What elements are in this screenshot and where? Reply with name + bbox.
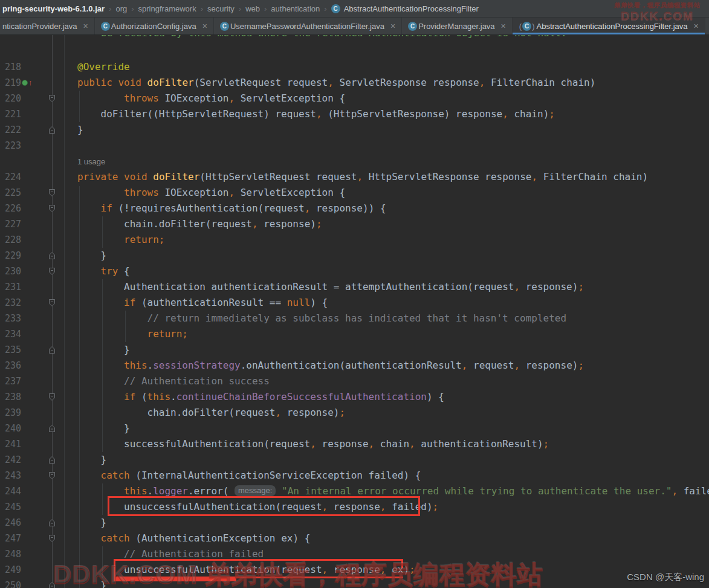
gutter[interactable]: 241 [0, 436, 65, 452]
gutter[interactable]: 232 [0, 295, 65, 311]
gutter[interactable]: 220 [0, 91, 65, 106]
gutter[interactable]: 226 [0, 201, 65, 216]
breadcrumb-item[interactable]: org [114, 4, 128, 13]
fold-marker-icon[interactable] [48, 126, 56, 134]
breadcrumb-item[interactable]: springframework [137, 4, 198, 13]
fold-marker-icon[interactable] [48, 251, 56, 260]
line-number[interactable]: 227 [5, 216, 21, 232]
fold-marker-icon[interactable] [48, 267, 56, 276]
gutter[interactable]: 245 [0, 499, 65, 515]
tab-providermanager-java[interactable]: CProviderManager.java× [402, 18, 513, 34]
gutter[interactable]: 237 [0, 373, 65, 389]
gutter[interactable]: 233 [0, 311, 65, 326]
gutter[interactable]: 224 [0, 169, 65, 185]
breadcrumb-item[interactable]: pring-security-web-6.1.0.jar [1, 4, 106, 13]
fold-marker-icon[interactable] [48, 189, 56, 197]
breadcrumb-item[interactable]: authentication [270, 4, 321, 13]
code-line[interactable]: 223 [0, 138, 709, 153]
line-number[interactable]: 234 [5, 326, 21, 342]
tab-usernamepasswordauthenticationfilter-java[interactable]: CUsernamePasswordAuthenticationFilter.ja… [214, 18, 402, 34]
gutter[interactable]: 231 [0, 279, 65, 295]
gutter[interactable]: 238 [0, 389, 65, 405]
close-icon[interactable]: × [501, 22, 506, 30]
gutter[interactable]: 227 [0, 216, 65, 232]
code-line[interactable]: 219↑public void doFilter(ServletRequest … [0, 75, 709, 91]
code-line[interactable]: 239chain.doFilter(request, response); [0, 405, 709, 421]
line-number[interactable]: 218 [5, 59, 21, 75]
line-number[interactable]: 230 [5, 263, 21, 279]
gutter[interactable]: 221 [0, 106, 65, 122]
code-line[interactable]: 250} [0, 578, 709, 588]
fold-marker-icon[interactable] [48, 534, 56, 543]
line-number[interactable]: 248 [5, 546, 21, 562]
code-line[interactable]: 230try { [0, 263, 709, 279]
tab-abstractauthenticationprocessingfilter-java[interactable]: (C)AbstractAuthenticationProcessingFilte… [513, 18, 705, 34]
gutter[interactable]: 218 [0, 59, 65, 75]
line-number[interactable]: 245 [5, 499, 21, 515]
code-line[interactable]: 241successfulAuthentication(request, res… [0, 436, 709, 452]
close-icon[interactable]: × [202, 22, 207, 30]
fold-marker-icon[interactable] [48, 393, 56, 401]
fold-marker-icon[interactable] [48, 424, 56, 433]
code-line[interactable]: 224private void doFilter(HttpServletRequ… [0, 169, 709, 185]
gutter[interactable]: 249 [0, 562, 65, 578]
gutter[interactable]: 229 [0, 248, 65, 263]
line-number[interactable]: 221 [5, 106, 21, 122]
gutter[interactable]: 244 [0, 483, 65, 499]
code-editor[interactable]: be received by this method where the ret… [0, 35, 709, 588]
fold-marker-icon[interactable] [48, 94, 56, 103]
code-line[interactable]: 234return; [0, 326, 709, 342]
breadcrumb-item[interactable]: security [206, 4, 236, 13]
gutter[interactable]: 236 [0, 358, 65, 373]
close-icon[interactable]: × [694, 22, 699, 30]
gutter[interactable]: 228 [0, 232, 65, 248]
line-number[interactable]: 246 [5, 515, 21, 531]
line-number[interactable]: 242 [5, 452, 21, 468]
code-line[interactable]: 227chain.doFilter(request, response); [0, 216, 709, 232]
line-number[interactable]: 220 [5, 91, 21, 106]
code-line[interactable]: 232if (authenticationResult == null) { [0, 295, 709, 311]
gutter[interactable]: 222 [0, 122, 65, 138]
code-line[interactable]: 233// return immediately as subclass has… [0, 311, 709, 326]
line-number[interactable]: 225 [5, 185, 21, 201]
code-line[interactable]: 226if (!requiresAuthentication(request, … [0, 201, 709, 216]
code-line[interactable]: 242} [0, 452, 709, 468]
line-number[interactable]: 244 [5, 483, 21, 499]
code-line[interactable]: 247catch (AuthenticationException ex) { [0, 531, 709, 546]
line-number[interactable]: 240 [5, 421, 21, 436]
gutter[interactable]: 235 [0, 342, 65, 358]
line-number[interactable]: 239 [5, 405, 21, 421]
code-line[interactable]: 220throws IOException, ServletException … [0, 91, 709, 106]
line-number[interactable]: 249 [5, 562, 21, 578]
code-line[interactable]: 229} [0, 248, 709, 263]
line-number[interactable]: 223 [5, 138, 21, 153]
line-number[interactable]: 247 [5, 531, 21, 546]
line-number[interactable]: 228 [5, 232, 21, 248]
line-number[interactable]: 229 [5, 248, 21, 263]
gutter[interactable]: 239 [0, 405, 65, 421]
close-icon[interactable]: × [83, 22, 88, 30]
code-line[interactable]: 238if (this.continueChainBeforeSuccessfu… [0, 389, 709, 405]
line-number[interactable]: 222 [5, 122, 21, 138]
code-line[interactable]: 246} [0, 515, 709, 531]
gutter[interactable]: 243 [0, 468, 65, 483]
code-line[interactable]: 228return; [0, 232, 709, 248]
gutter[interactable]: 230 [0, 263, 65, 279]
breadcrumb-item[interactable]: web [244, 4, 261, 13]
code-line[interactable]: 231Authentication authenticationResult =… [0, 279, 709, 295]
line-number[interactable]: 237 [5, 373, 21, 389]
fold-marker-icon[interactable] [48, 204, 56, 213]
gutter[interactable]: 234 [0, 326, 65, 342]
line-number[interactable]: 232 [5, 295, 21, 311]
gutter[interactable]: 225 [0, 185, 65, 201]
code-line[interactable]: 222} [0, 122, 709, 138]
line-number[interactable]: 250 [5, 578, 21, 588]
line-number[interactable]: 224 [5, 169, 21, 185]
fold-marker-icon[interactable] [48, 299, 56, 307]
line-number[interactable]: 238 [5, 389, 21, 405]
line-number[interactable]: 219 [5, 75, 21, 91]
gutter[interactable]: 250 [0, 578, 65, 588]
fold-marker-icon[interactable] [48, 471, 56, 480]
line-number[interactable]: 233 [5, 311, 21, 326]
line-number[interactable]: 231 [5, 279, 21, 295]
